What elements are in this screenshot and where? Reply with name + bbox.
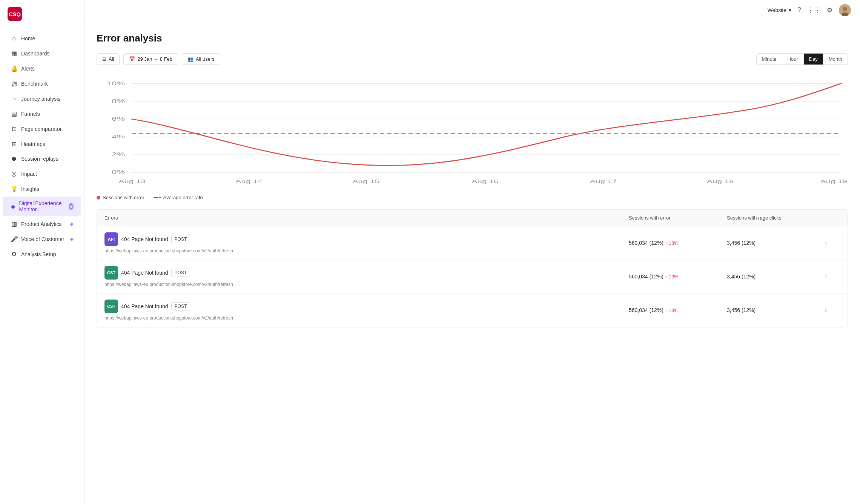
sessions-error-label: Sessions with error: [103, 195, 144, 200]
error-cell-2: CST 404 Page Not found POST https://weba…: [104, 300, 629, 321]
gem-icon-voice-of-customer: ◆: [70, 236, 74, 242]
time-btn-day[interactable]: Day: [804, 54, 823, 65]
users-filter-label: All users: [196, 56, 215, 62]
grid-icon[interactable]: ⋮⋮: [807, 6, 821, 14]
method-tag-0: POST: [171, 235, 190, 243]
sessions-cell-0: 560,034 (12%) ↑ 13%: [629, 240, 727, 246]
sidebar-item-journey[interactable]: ⤷ Journey analysis: [3, 91, 81, 106]
table-row[interactable]: CST 404 Page Not found POST https://weba…: [97, 260, 848, 293]
nav-label-journey: Journey analysis: [21, 96, 60, 102]
api-badge-2: CST: [104, 300, 118, 313]
table-row[interactable]: API 404 Page Not found POST https://weba…: [97, 226, 848, 260]
legend-sessions-error: Sessions with error: [97, 195, 144, 200]
sidebar-item-dashboards[interactable]: ▦ Dashboards: [3, 46, 81, 61]
table-body: API 404 Page Not found POST https://weba…: [97, 226, 848, 327]
svg-text:0%: 0%: [112, 169, 125, 175]
row-chevron-1: ›: [825, 273, 840, 280]
row-chevron-2: ›: [825, 307, 840, 313]
all-filter-btn[interactable]: ⊟ All: [97, 53, 120, 65]
nav-icon-funnels: ▤: [11, 110, 17, 117]
sessions-error-dot: [97, 196, 100, 200]
nav-label-home: Home: [21, 35, 35, 41]
filter-bar: ⊟ All 📅 29 Jan → 8 Feb 👥 All users Minut…: [97, 53, 848, 65]
error-url-1: https://webapi.aws-eu.production.shopsto…: [104, 282, 629, 287]
page-title: Error analysis: [97, 32, 848, 44]
sidebar-nav: ⌂ Home ▦ Dashboards 🔔 Alerts ▧ Benchmark…: [0, 28, 84, 265]
nav-icon-dashboards: ▦: [11, 50, 17, 57]
date-filter-btn[interactable]: 📅 29 Jan → 8 Feb: [123, 53, 178, 65]
svg-text:Aug 13: Aug 13: [118, 178, 145, 184]
avg-error-label: Average error rate: [163, 195, 203, 200]
nav-label-session-replays: Session replays: [21, 156, 58, 162]
time-btn-minute[interactable]: Minute: [757, 54, 782, 65]
sidebar-item-heatmaps[interactable]: ⊞ Heatmaps: [3, 137, 81, 151]
nav-label-voice-of-customer: Voice of Customer: [21, 236, 64, 242]
website-selector[interactable]: Website ▾: [768, 7, 791, 13]
users-icon: 👥: [187, 56, 194, 62]
svg-text:Aug 15: Aug 15: [352, 178, 379, 184]
sidebar-item-voice-of-customer[interactable]: 🎤 Voice of Customer ◆: [3, 232, 81, 246]
sidebar-item-page-comparator[interactable]: ⊡ Page comparator: [3, 121, 81, 136]
error-url-2: https://webapi.aws-eu.production.shopsto…: [104, 315, 629, 321]
help-icon[interactable]: ?: [797, 6, 801, 14]
error-chart: 10% 8% 6% 4% 2% 0% Aug 13 Aug 14 Aug 15 …: [97, 75, 848, 189]
error-tags-1: CST 404 Page Not found POST: [104, 266, 629, 280]
topbar: Website ▾ ? ⋮⋮ ⚙: [84, 0, 860, 20]
table-row[interactable]: CST 404 Page Not found POST https://weba…: [97, 293, 848, 327]
nav-icon-journey: ⤷: [11, 95, 17, 102]
nav-label-alerts: Alerts: [21, 66, 35, 72]
website-label: Website: [768, 7, 786, 13]
col-sessions: Sessions with error: [629, 215, 727, 221]
sidebar-item-digital-experience[interactable]: ◈ Digital Experience Monitor... ◈: [3, 197, 81, 216]
calendar-icon: 📅: [129, 56, 135, 62]
sidebar-item-home[interactable]: ⌂ Home: [3, 31, 81, 46]
chart-svg: 10% 8% 6% 4% 2% 0% Aug 13 Aug 14 Aug 15 …: [97, 75, 848, 189]
nav-icon-page-comparator: ⊡: [11, 125, 17, 132]
method-tag-2: POST: [171, 302, 190, 310]
api-badge-0: API: [104, 232, 118, 246]
sidebar-item-funnels[interactable]: ▤ Funnels: [3, 106, 81, 121]
sidebar: CSQ ⌂ Home ▦ Dashboards 🔔 Alerts ▧ Bench…: [0, 0, 84, 504]
sessions-value-0: 560,034 (12%): [629, 240, 663, 246]
svg-text:6%: 6%: [112, 116, 125, 121]
nav-label-dashboards: Dashboards: [21, 51, 50, 57]
sessions-cell-1: 560,034 (12%) ↑ 13%: [629, 274, 727, 280]
svg-point-1: [843, 7, 847, 11]
svg-text:4%: 4%: [112, 134, 125, 140]
svg-text:8%: 8%: [112, 98, 125, 104]
nav-icon-home: ⌂: [11, 35, 17, 42]
time-btn-month[interactable]: Month: [823, 54, 848, 65]
sidebar-item-insights[interactable]: 💡 Insights: [3, 181, 81, 196]
rage-cell-0: 3,456 (12%): [727, 240, 825, 246]
col-errors: Errors: [104, 215, 629, 221]
svg-text:Aug 18: Aug 18: [707, 178, 734, 184]
page-content: Error analysis ⊟ All 📅 29 Jan → 8 Feb 👥 …: [84, 20, 860, 340]
svg-text:10%: 10%: [106, 80, 125, 86]
svg-text:Aug 16: Aug 16: [471, 178, 498, 184]
nav-label-analysis-setup: Analysis Setup: [21, 251, 56, 257]
users-filter-btn[interactable]: 👥 All users: [182, 53, 220, 65]
user-avatar[interactable]: [839, 4, 851, 16]
api-badge-1: CST: [104, 266, 118, 280]
sidebar-item-analysis-setup[interactable]: ⚙ Analysis Setup: [3, 247, 81, 261]
sidebar-item-impact[interactable]: ◎ Impact: [3, 166, 81, 181]
nav-icon-voice-of-customer: 🎤: [11, 235, 17, 243]
sidebar-item-session-replays[interactable]: ⏺ Session replays: [3, 152, 81, 166]
sidebar-item-benchmark[interactable]: ▧ Benchmark: [3, 76, 81, 91]
rage-cell-1: 3,456 (12%): [727, 274, 825, 280]
all-filter-icon: ⊟: [102, 56, 106, 62]
nav-icon-insights: 💡: [11, 185, 17, 192]
error-tags-0: API 404 Page Not found POST: [104, 232, 629, 246]
error-cell-1: CST 404 Page Not found POST https://weba…: [104, 266, 629, 287]
sidebar-item-alerts[interactable]: 🔔 Alerts: [3, 61, 81, 76]
sidebar-item-product-analytics[interactable]: ▥ Product Analytics ◆: [3, 217, 81, 231]
settings-icon[interactable]: ⚙: [827, 6, 833, 14]
time-granularity-group: MinuteHourDayMonth: [756, 53, 848, 65]
time-btn-hour[interactable]: Hour: [782, 54, 804, 65]
gem-icon-product-analytics: ◆: [70, 221, 74, 227]
svg-text:2%: 2%: [112, 152, 125, 157]
nav-icon-digital-experience: ◈: [11, 203, 15, 210]
main-area: Website ▾ ? ⋮⋮ ⚙ Error analysis ⊟ All 📅 …: [84, 0, 860, 504]
chart-legend: Sessions with error Average error rate: [97, 195, 848, 200]
sessions-value-1: 560,034 (12%): [629, 274, 663, 280]
